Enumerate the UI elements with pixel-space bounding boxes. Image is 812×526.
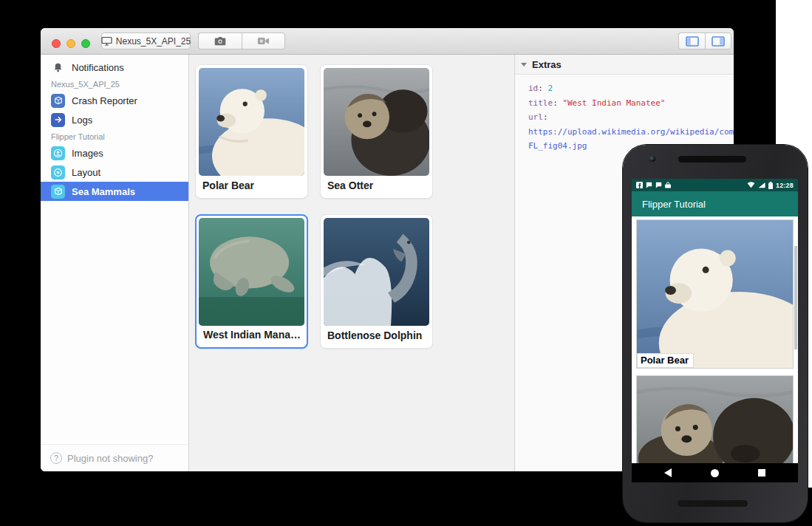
battery-icon (768, 182, 773, 189)
desktop-background: Nexus_5X_API_25 (0, 0, 812, 526)
screenshot-button[interactable] (198, 33, 242, 49)
capture-button-group (198, 33, 285, 49)
target-icon (51, 165, 65, 180)
dolphin-image (324, 218, 429, 326)
home-icon (711, 469, 719, 477)
sidebar-item-layout[interactable]: Layout (41, 163, 188, 182)
phone-screen: 12:28 Flipper Tutorial (632, 179, 798, 482)
plugin-help-label: Plugin not showing? (67, 453, 153, 464)
card-west-indian-manatee[interactable]: West Indian Mana… (195, 214, 308, 349)
cube-icon (51, 185, 65, 199)
card-sea-otter[interactable]: Sea Otter (320, 64, 433, 199)
card-title: Sea Otter (327, 180, 428, 191)
phone-nav-bar (632, 463, 798, 482)
toggle-right-panel-icon (712, 36, 725, 47)
card-title: Bottlenose Dolphin (327, 329, 428, 341)
sidebar-item-images[interactable]: Images (41, 143, 188, 163)
panel-toggle-group (678, 33, 731, 49)
card-polar-bear[interactable]: Polar Bear (195, 64, 308, 199)
close-button[interactable] (52, 39, 61, 48)
card-title: Polar Bear (202, 180, 303, 191)
back-icon (664, 468, 672, 477)
signal-icon (758, 182, 765, 188)
recents-icon (758, 469, 765, 477)
status-clock: 12:28 (776, 182, 794, 189)
monitor-icon (101, 36, 112, 46)
sidebar-item-label: Notifications (72, 62, 124, 73)
polar-bear-image (199, 68, 304, 176)
toggle-right-panel-button[interactable] (705, 33, 731, 49)
arrow-right-icon (51, 113, 65, 127)
sidebar-item-label: Sea Mammals (72, 186, 135, 197)
data-row-id: id 2 (528, 81, 734, 96)
sea-otter-image (324, 68, 429, 176)
data-row-url-value: https://upload.wikimedia.org/wikipedia/c… (528, 125, 734, 140)
sidebar-section-device: Nexus_5X_API_25 (41, 77, 188, 91)
device-selector-button[interactable]: Nexus_5X_API_25 (101, 33, 191, 49)
card-bottlenose-dolphin[interactable]: Bottlenose Dolphin (320, 214, 433, 349)
phone-image-list: Polar Bear (632, 216, 798, 463)
bell-icon (51, 61, 65, 75)
sidebar-item-crash-reporter[interactable]: Crash Reporter (41, 91, 188, 110)
front-camera-dot (649, 156, 655, 162)
extras-title: Extras (532, 59, 562, 70)
toggle-left-panel-button[interactable] (678, 33, 705, 49)
sidebar-item-label: Crash Reporter (72, 95, 137, 106)
chevron-down-icon (521, 63, 527, 66)
data-row-title: title "West Indian Manatee" (528, 96, 734, 111)
sidebar-item-notifications[interactable]: Notifications (41, 58, 188, 77)
manatee-image (199, 218, 304, 326)
sidebar-item-label: Logs (72, 115, 92, 126)
phone-image-label: Polar Bear (637, 353, 694, 368)
cube-icon (51, 94, 65, 108)
device-name: Nexus_5X_API_25 (116, 36, 191, 47)
sidebar-item-sea-mammals[interactable]: Sea Mammals (41, 182, 188, 201)
extras-header[interactable]: Extras (515, 55, 734, 75)
plugin-sidebar: Notifications Nexus_5X_API_25 Crash Repo… (41, 55, 189, 471)
facebook-icon (636, 182, 643, 188)
sidebar-item-logs[interactable]: Logs (41, 110, 188, 129)
fullscreen-button[interactable] (81, 39, 90, 48)
sidebar-section-app: Flipper Tutorial (41, 129, 188, 143)
bottom-speaker (678, 500, 748, 507)
phone-status-bar: 12:28 (632, 179, 798, 191)
android-phone: 12:28 Flipper Tutorial (623, 145, 808, 522)
lock-icon (665, 182, 671, 188)
phone-app-title: Flipper Tutorial (642, 199, 706, 210)
phone-polar-bear-image: Polar Bear (636, 219, 794, 369)
toggle-left-panel-icon (686, 36, 699, 47)
sidebar-item-label: Images (72, 148, 103, 159)
phone-scrollbar (794, 246, 797, 349)
help-circle-icon: ? (50, 452, 62, 464)
user-circle-icon (51, 146, 65, 160)
phone-action-bar: Flipper Tutorial (632, 191, 798, 216)
phone-sea-otters-image (636, 375, 794, 463)
titlebar: Nexus_5X_API_25 (41, 28, 734, 55)
plugin-help-link[interactable]: ? Plugin not showing? (41, 444, 188, 471)
video-camera-icon (257, 37, 270, 45)
extras-data-inspector: id 2 title "West Indian Manatee" url htt… (515, 75, 734, 154)
earpiece-speaker (678, 156, 746, 163)
data-row-url: url (528, 110, 734, 125)
camera-icon (214, 36, 226, 46)
sidebar-item-label: Layout (72, 167, 100, 178)
wifi-icon (747, 182, 755, 188)
chat-icon (655, 182, 662, 188)
sea-mammals-grid: Polar Bear (189, 55, 514, 471)
chat-icon (646, 182, 652, 188)
minimize-button[interactable] (66, 39, 75, 48)
card-title: West Indian Mana… (203, 329, 302, 341)
screen-record-button[interactable] (242, 33, 285, 49)
